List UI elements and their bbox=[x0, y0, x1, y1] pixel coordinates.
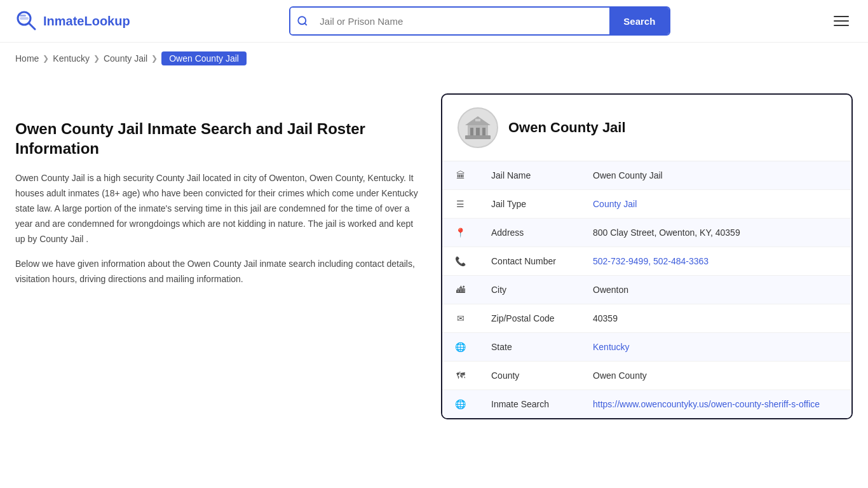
jail-avatar bbox=[458, 107, 498, 148]
search-area: Search bbox=[289, 6, 670, 36]
table-row: 📞Contact Number502-732-9499, 502-484-336… bbox=[442, 247, 851, 276]
row-link[interactable]: https://www.owencountyky.us/owen-county-… bbox=[593, 399, 820, 409]
breadcrumb-county-jail[interactable]: County Jail bbox=[104, 53, 147, 64]
row-icon: 🏙 bbox=[442, 276, 478, 304]
row-value: 800 Clay Street, Owenton, KY, 40359 bbox=[580, 219, 851, 247]
row-label: Contact Number bbox=[478, 247, 580, 276]
svg-rect-9 bbox=[476, 128, 480, 135]
row-icon: 📞 bbox=[442, 247, 478, 276]
table-row: 📍Address800 Clay Street, Owenton, KY, 40… bbox=[442, 219, 851, 247]
search-icon bbox=[290, 8, 315, 34]
table-row: 🏙CityOwenton bbox=[442, 276, 851, 304]
search-button[interactable]: Search bbox=[609, 8, 669, 34]
hamburger-menu-button[interactable] bbox=[830, 12, 853, 30]
info-card: Owen County Jail 🏛Jail NameOwen County J… bbox=[441, 93, 853, 419]
table-row: ☰Jail TypeCounty Jail bbox=[442, 190, 851, 219]
row-value: Owen County bbox=[580, 362, 851, 390]
row-link[interactable]: 502-732-9499, 502-484-3363 bbox=[593, 256, 709, 266]
site-header: InmateLookup Search bbox=[0, 0, 868, 43]
row-value: Owen County Jail bbox=[580, 161, 851, 190]
svg-line-1 bbox=[29, 23, 35, 29]
search-wrapper: Search bbox=[289, 6, 670, 36]
info-table: 🏛Jail NameOwen County Jail☰Jail TypeCoun… bbox=[442, 161, 851, 418]
description-paragraph-1: Owen County Jail is a high security Coun… bbox=[15, 171, 422, 247]
row-link[interactable]: County Jail bbox=[593, 199, 637, 209]
row-icon: 🌐 bbox=[442, 390, 478, 419]
card-header: Owen County Jail bbox=[442, 95, 851, 161]
row-label: Inmate Search bbox=[478, 390, 580, 419]
row-value[interactable]: 502-732-9499, 502-484-3363 bbox=[580, 247, 851, 276]
row-icon: 🏛 bbox=[442, 161, 478, 190]
row-icon: 🗺 bbox=[442, 362, 478, 390]
logo-link[interactable]: InmateLookup bbox=[15, 10, 130, 32]
row-label: Zip/Postal Code bbox=[478, 304, 580, 333]
svg-line-5 bbox=[305, 23, 307, 25]
svg-point-4 bbox=[299, 17, 306, 24]
search-input[interactable] bbox=[315, 8, 609, 34]
breadcrumb-chevron-2: ❯ bbox=[93, 54, 100, 63]
svg-rect-10 bbox=[482, 128, 485, 135]
table-row: ✉Zip/Postal Code40359 bbox=[442, 304, 851, 333]
breadcrumb-home[interactable]: Home bbox=[15, 53, 39, 64]
row-value: 40359 bbox=[580, 304, 851, 333]
svg-rect-3 bbox=[20, 15, 26, 17]
row-link[interactable]: Kentucky bbox=[593, 342, 630, 352]
breadcrumb-kentucky[interactable]: Kentucky bbox=[53, 53, 90, 64]
breadcrumb: Home ❯ Kentucky ❯ County Jail ❯ Owen Cou… bbox=[0, 43, 868, 74]
page-heading: Owen County Jail Inmate Search and Jail … bbox=[15, 119, 422, 158]
row-icon: ✉ bbox=[442, 304, 478, 333]
row-label: Jail Type bbox=[478, 190, 580, 219]
main-content: Owen County Jail Inmate Search and Jail … bbox=[0, 74, 868, 438]
table-row: 🌐Inmate Searchhttps://www.owencountyky.u… bbox=[442, 390, 851, 419]
breadcrumb-chevron-1: ❯ bbox=[43, 54, 49, 63]
row-label: Address bbox=[478, 219, 580, 247]
card-title: Owen County Jail bbox=[508, 119, 626, 136]
table-row: 🏛Jail NameOwen County Jail bbox=[442, 161, 851, 190]
description-paragraph-2: Below we have given information about th… bbox=[15, 257, 422, 287]
row-icon: 🌐 bbox=[442, 333, 478, 362]
svg-rect-6 bbox=[465, 135, 491, 139]
row-icon: ☰ bbox=[442, 190, 478, 219]
breadcrumb-chevron-3: ❯ bbox=[151, 54, 158, 63]
svg-rect-12 bbox=[475, 119, 480, 121]
table-row: 🗺CountyOwen County bbox=[442, 362, 851, 390]
row-label: State bbox=[478, 333, 580, 362]
logo-icon bbox=[15, 10, 38, 32]
row-icon: 📍 bbox=[442, 219, 478, 247]
left-panel: Owen County Jail Inmate Search and Jail … bbox=[15, 93, 422, 419]
svg-rect-2 bbox=[20, 17, 29, 20]
row-label: City bbox=[478, 276, 580, 304]
breadcrumb-current: Owen County Jail bbox=[161, 51, 247, 65]
table-row: 🌐StateKentucky bbox=[442, 333, 851, 362]
row-value[interactable]: County Jail bbox=[580, 190, 851, 219]
svg-rect-8 bbox=[470, 128, 473, 135]
row-label: County bbox=[478, 362, 580, 390]
logo-text: InmateLookup bbox=[43, 14, 130, 29]
row-value: Owenton bbox=[580, 276, 851, 304]
row-label: Jail Name bbox=[478, 161, 580, 190]
row-value[interactable]: https://www.owencountyky.us/owen-county-… bbox=[580, 390, 851, 419]
row-value[interactable]: Kentucky bbox=[580, 333, 851, 362]
